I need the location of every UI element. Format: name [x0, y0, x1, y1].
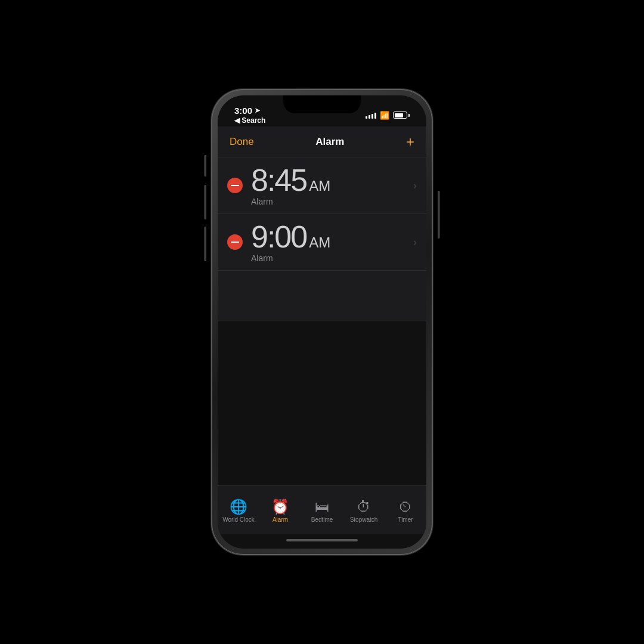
back-label[interactable]: ◀ Search [234, 116, 265, 125]
alarm-list: 8:45 AM Alarm › 9:00 AM [218, 157, 426, 321]
chevron-icon-1: › [413, 179, 417, 192]
tab-timer[interactable]: ⏲ Timer [385, 500, 426, 523]
timer-icon: ⏲ [398, 500, 413, 514]
bedtime-icon: 🛏 [315, 500, 329, 514]
alarm-label-1: Alarm [251, 197, 413, 206]
alarm-info-2: 9:00 AM Alarm [251, 221, 413, 263]
delete-button-1[interactable] [227, 178, 243, 193]
volume-down-button[interactable] [204, 227, 206, 261]
tab-bedtime[interactable]: 🛏 Bedtime [301, 500, 343, 523]
nav-bar: Done Alarm + [218, 126, 426, 157]
nav-title: Alarm [315, 136, 344, 148]
tab-bar: 🌐 World Clock ⏰ Alarm 🛏 Bedtime ⏱ Stopwa… [218, 485, 426, 534]
tab-world-clock[interactable]: 🌐 World Clock [218, 500, 259, 523]
delete-minus-icon [231, 185, 239, 186]
signal-bar-3 [371, 114, 373, 119]
timer-label: Timer [398, 516, 413, 523]
status-time: 3:00 [234, 106, 252, 116]
phone-screen: 3:00 ➤ ◀ Search 📶 [218, 95, 426, 549]
tab-alarm[interactable]: ⏰ Alarm [259, 500, 301, 523]
volume-up-button[interactable] [204, 185, 206, 219]
chevron-icon-2: › [413, 236, 417, 249]
world-clock-label: World Clock [222, 516, 255, 523]
delete-button-2[interactable] [227, 234, 243, 250]
battery-fill [395, 113, 403, 117]
stopwatch-icon: ⏱ [357, 500, 371, 514]
status-time-area: 3:00 ➤ [234, 106, 265, 116]
bedtime-label: Bedtime [311, 516, 333, 523]
signal-bars [366, 112, 376, 119]
tab-stopwatch[interactable]: ⏱ Stopwatch [343, 500, 385, 523]
home-indicator-bar[interactable] [286, 539, 358, 541]
battery-body [393, 112, 407, 119]
delete-minus-icon-2 [231, 242, 239, 243]
alarm-time-1: 8:45 AM [251, 165, 413, 196]
alarm-hour-min-2: 9:00 [251, 221, 306, 252]
done-button[interactable]: Done [230, 136, 254, 148]
alarm-tab-label: Alarm [273, 516, 288, 523]
empty-space [218, 321, 426, 485]
alarm-item-2[interactable]: 9:00 AM Alarm › [218, 214, 426, 271]
phone-device: 3:00 ➤ ◀ Search 📶 [212, 89, 432, 555]
status-right: 📶 [366, 111, 410, 120]
stopwatch-label: Stopwatch [350, 516, 378, 523]
alarm-hour-min-1: 8:45 [251, 165, 306, 196]
add-alarm-button[interactable]: + [406, 134, 414, 150]
signal-bar-2 [369, 115, 370, 119]
screen-content: 3:00 ➤ ◀ Search 📶 [218, 95, 426, 549]
wifi-icon: 📶 [380, 111, 389, 120]
notch [283, 95, 361, 113]
home-indicator-area [218, 534, 426, 549]
alarm-time-2: 9:00 AM [251, 221, 413, 252]
alarm-icon: ⏰ [271, 500, 289, 514]
status-left: 3:00 ➤ ◀ Search [234, 106, 265, 125]
location-icon: ➤ [255, 107, 260, 114]
world-clock-icon: 🌐 [230, 500, 247, 514]
alarm-item-1[interactable]: 8:45 AM Alarm › [218, 157, 426, 214]
battery-tip [408, 114, 410, 117]
alarm-info-1: 8:45 AM Alarm [251, 165, 413, 206]
power-button[interactable] [438, 191, 440, 239]
signal-bar-4 [374, 113, 376, 119]
battery [393, 112, 410, 119]
signal-bar-1 [366, 116, 367, 119]
alarm-period-1: AM [309, 179, 330, 193]
alarm-label-2: Alarm [251, 253, 413, 263]
mute-button[interactable] [204, 155, 206, 177]
alarm-period-2: AM [309, 236, 330, 250]
